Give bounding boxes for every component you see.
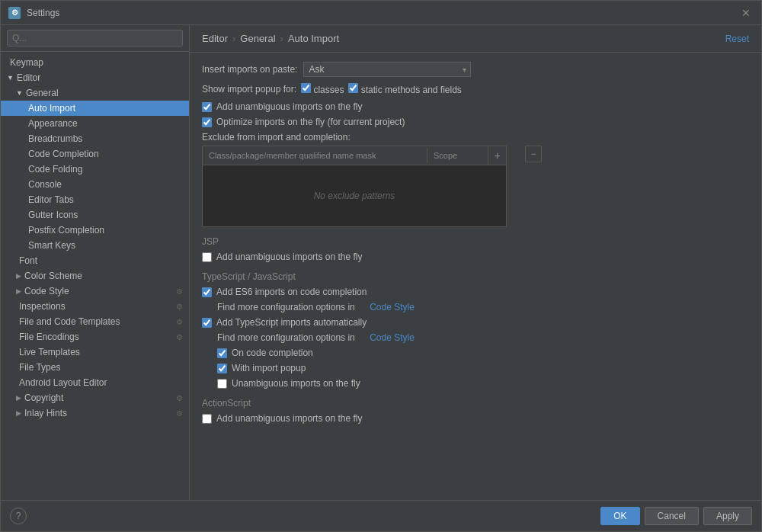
sidebar-item-keymap[interactable]: Keymap bbox=[1, 55, 189, 70]
sidebar-item-file-types[interactable]: File Types bbox=[1, 360, 189, 375]
table-header: Class/package/member qualified name mask… bbox=[203, 146, 506, 165]
add-pattern-button[interactable]: + bbox=[488, 146, 506, 165]
right-panel: Editor › General › Auto Import Reset Ins… bbox=[190, 25, 761, 500]
ts-code-style-link-1[interactable]: Code Style bbox=[370, 302, 415, 312]
insert-imports-row: Insert imports on paste: Ask Always Neve… bbox=[202, 62, 749, 77]
sidebar-item-label: Copyright bbox=[24, 393, 63, 403]
insert-imports-select[interactable]: Ask Always Never bbox=[303, 62, 471, 77]
sidebar-item-code-completion[interactable]: Code Completion bbox=[1, 146, 189, 162]
sidebar-item-label: Breadcrumbs bbox=[28, 133, 82, 144]
triangle-icon: ▶ bbox=[16, 409, 21, 417]
ts-find-more-2: Find more configuration options in bbox=[217, 332, 355, 343]
close-button[interactable]: ✕ bbox=[738, 5, 754, 21]
jsp-add-checkbox[interactable] bbox=[202, 252, 212, 262]
sidebar-item-android-layout-editor[interactable]: Android Layout Editor bbox=[1, 375, 189, 390]
classes-checkbox-label[interactable]: classes bbox=[301, 83, 344, 95]
badge-icon: ⚙ bbox=[176, 287, 183, 296]
sidebar-item-console[interactable]: Console bbox=[1, 177, 189, 192]
sidebar-item-postfix-completion[interactable]: Postfix Completion bbox=[1, 223, 189, 238]
static-methods-checkbox[interactable] bbox=[348, 83, 358, 93]
sidebar-item-label: Inlay Hints bbox=[24, 408, 67, 418]
ts-with-popup-text: With import popup bbox=[232, 363, 306, 373]
sidebar-item-label: File Types bbox=[19, 362, 60, 373]
table-side-buttons: − bbox=[525, 146, 542, 162]
add-unambiguous-checkbox[interactable] bbox=[202, 102, 212, 112]
ts-with-popup-label[interactable]: With import popup bbox=[217, 363, 306, 373]
sidebar-item-editor[interactable]: ▼ Editor bbox=[1, 70, 189, 85]
help-button[interactable]: ? bbox=[10, 508, 27, 524]
sidebar-item-file-code-templates[interactable]: File and Code Templates ⚙ bbox=[1, 314, 189, 329]
panel-content: Insert imports on paste: Ask Always Neve… bbox=[190, 53, 761, 500]
ts-typescript-label[interactable]: Add TypeScript imports automatically bbox=[202, 317, 367, 328]
as-section-title: ActionScript bbox=[202, 398, 749, 409]
ts-code-style-link-2[interactable]: Code Style bbox=[370, 332, 415, 343]
ts-typescript-checkbox[interactable] bbox=[202, 318, 212, 328]
remove-pattern-button[interactable]: − bbox=[525, 146, 542, 162]
ts-on-code-checkbox[interactable] bbox=[217, 348, 227, 358]
triangle-icon: ▶ bbox=[16, 394, 21, 402]
static-methods-label: static methods and fields bbox=[361, 85, 462, 95]
sidebar-item-auto-import[interactable]: Auto Import bbox=[1, 101, 189, 116]
ts-on-code-row: On code completion bbox=[217, 348, 749, 358]
ts-unambiguous-row: Unambiguous imports on the fly bbox=[217, 378, 749, 389]
ts-unambiguous-label[interactable]: Unambiguous imports on the fly bbox=[217, 378, 360, 389]
sidebar-item-inspections[interactable]: Inspections ⚙ bbox=[1, 299, 189, 314]
sidebar-item-color-scheme[interactable]: ▶ Color Scheme bbox=[1, 268, 189, 284]
optimize-imports-label[interactable]: Optimize imports on the fly (for current… bbox=[202, 117, 405, 127]
ts-find-more-1-row: Find more configuration options in Code … bbox=[217, 302, 749, 312]
show-import-label: Show import popup for: bbox=[202, 84, 296, 95]
sidebar-item-label: Editor bbox=[17, 72, 40, 83]
sidebar-item-inlay-hints[interactable]: ▶ Inlay Hints ⚙ bbox=[1, 405, 189, 421]
sidebar-item-copyright[interactable]: ▶ Copyright ⚙ bbox=[1, 390, 189, 405]
search-input[interactable] bbox=[7, 30, 183, 46]
optimize-imports-checkbox[interactable] bbox=[202, 117, 212, 127]
breadcrumb-auto-import: Auto Import bbox=[288, 33, 339, 44]
add-unambiguous-text: Add unambiguous imports on the fly bbox=[216, 101, 362, 112]
sidebar-item-label: Console bbox=[28, 179, 62, 190]
sidebar-item-label: File and Code Templates bbox=[19, 316, 120, 327]
classes-checkbox[interactable] bbox=[301, 83, 311, 93]
classes-label: classes bbox=[313, 85, 344, 95]
ts-on-code-text: On code completion bbox=[232, 348, 313, 358]
sidebar-item-label: Smart Keys bbox=[28, 240, 75, 251]
no-patterns-label: No exclude patterns bbox=[314, 191, 395, 201]
ts-es6-checkbox[interactable] bbox=[202, 287, 212, 297]
ts-es6-label[interactable]: Add ES6 imports on code completion bbox=[202, 287, 367, 297]
reset-link[interactable]: Reset bbox=[725, 34, 749, 44]
sidebar-item-code-style[interactable]: ▶ Code Style ⚙ bbox=[1, 284, 189, 299]
ts-with-popup-checkbox[interactable] bbox=[217, 364, 227, 373]
badge-icon: ⚙ bbox=[176, 318, 183, 326]
ts-typescript-row: Add TypeScript imports automatically bbox=[202, 317, 749, 328]
sidebar-item-label: Appearance bbox=[28, 118, 78, 129]
apply-button[interactable]: Apply bbox=[703, 507, 752, 525]
sidebar-item-label: Code Folding bbox=[28, 164, 82, 175]
main-content: Keymap ▼ Editor ▼ General Auto Import Ap… bbox=[1, 25, 761, 500]
sidebar-item-font[interactable]: Font bbox=[1, 253, 189, 268]
triangle-icon: ▼ bbox=[16, 89, 23, 97]
sidebar-item-live-templates[interactable]: Live Templates bbox=[1, 345, 189, 360]
sidebar-item-editor-tabs[interactable]: Editor Tabs bbox=[1, 192, 189, 207]
sidebar-item-code-folding[interactable]: Code Folding bbox=[1, 162, 189, 177]
ts-with-popup-row: With import popup bbox=[217, 363, 749, 373]
sidebar-item-label: Inspections bbox=[19, 301, 66, 312]
cancel-button[interactable]: Cancel bbox=[645, 507, 699, 525]
ok-button[interactable]: OK bbox=[600, 507, 639, 525]
title-bar: ⚙ Settings ✕ bbox=[1, 1, 761, 25]
sidebar-item-smart-keys[interactable]: Smart Keys bbox=[1, 238, 189, 253]
ts-typescript-text: Add TypeScript imports automatically bbox=[216, 317, 367, 328]
sidebar-item-breadcrumbs[interactable]: Breadcrumbs bbox=[1, 131, 189, 146]
jsp-add-label[interactable]: Add unambiguous imports on the fly bbox=[202, 252, 362, 262]
badge-icon: ⚙ bbox=[176, 394, 183, 402]
sidebar-item-general[interactable]: ▼ General bbox=[1, 85, 189, 101]
as-add-checkbox[interactable] bbox=[202, 414, 212, 424]
sidebar-item-appearance[interactable]: Appearance bbox=[1, 116, 189, 131]
ts-on-code-label[interactable]: On code completion bbox=[217, 348, 313, 358]
add-unambiguous-label[interactable]: Add unambiguous imports on the fly bbox=[202, 101, 362, 112]
ts-find-more-1: Find more configuration options in bbox=[217, 302, 355, 312]
ts-unambiguous-checkbox[interactable] bbox=[217, 379, 227, 389]
sidebar-item-label: Live Templates bbox=[19, 347, 80, 357]
as-add-label[interactable]: Add unambiguous imports on the fly bbox=[202, 413, 362, 424]
sidebar-item-file-encodings[interactable]: File Encodings ⚙ bbox=[1, 329, 189, 345]
static-methods-checkbox-label[interactable]: static methods and fields bbox=[348, 83, 461, 95]
sidebar-item-gutter-icons[interactable]: Gutter Icons bbox=[1, 207, 189, 223]
